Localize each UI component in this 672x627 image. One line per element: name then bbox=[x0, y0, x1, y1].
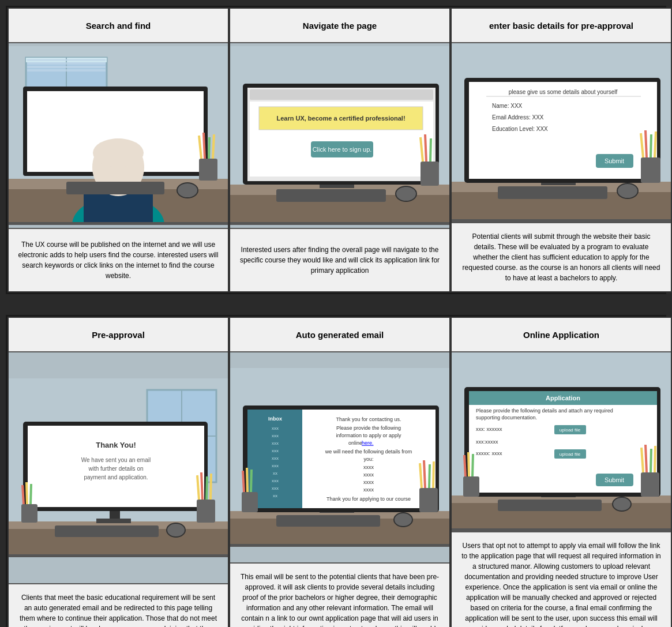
svg-line-88 bbox=[207, 476, 207, 500]
svg-text:xxx: xxxxxx: xxx: xxxxxx bbox=[476, 426, 502, 432]
scene-svg-navigate: Learn UX, become a certified professiona… bbox=[230, 46, 449, 225]
svg-line-136 bbox=[247, 468, 247, 492]
svg-point-84 bbox=[167, 523, 185, 537]
svg-text:Thank you for applying to our : Thank you for applying to our course bbox=[326, 496, 411, 502]
svg-point-25 bbox=[177, 183, 198, 198]
svg-line-92 bbox=[27, 482, 27, 504]
svg-text:xxx: xxx bbox=[272, 463, 279, 468]
svg-line-137 bbox=[251, 470, 251, 492]
cell-desc-navigate: Interested users after finding the overa… bbox=[230, 228, 449, 291]
svg-rect-42 bbox=[421, 162, 439, 186]
row-1: Search and find bbox=[6, 6, 666, 294]
svg-text:Please provide the following d: Please provide the following details and… bbox=[476, 408, 613, 414]
svg-line-167 bbox=[464, 455, 465, 476]
cell-desc-preapproval2: Clients that meet the basic educational … bbox=[9, 583, 228, 627]
illustration-preapproval: please give us some details about yourse… bbox=[452, 43, 671, 222]
svg-text:upload file: upload file bbox=[560, 427, 581, 433]
cell-preapproval: Pre-approval bbox=[7, 317, 229, 627]
svg-rect-6 bbox=[27, 62, 106, 65]
svg-rect-5 bbox=[27, 59, 106, 61]
svg-point-128 bbox=[394, 513, 412, 527]
svg-point-41 bbox=[396, 186, 416, 201]
svg-text:xxx: xxx bbox=[272, 486, 279, 491]
svg-line-165 bbox=[655, 446, 655, 472]
svg-text:xxx: xxx bbox=[272, 441, 279, 446]
svg-line-87 bbox=[201, 472, 202, 500]
svg-text:upload file: upload file bbox=[560, 452, 581, 457]
svg-rect-46 bbox=[230, 222, 449, 225]
scene-svg-online-app: Application Please provide the following… bbox=[452, 352, 671, 531]
svg-line-168 bbox=[468, 452, 469, 476]
svg-text:xxxx: xxxx bbox=[363, 472, 374, 478]
svg-text:Name: XXX: Name: XXX bbox=[492, 103, 523, 109]
svg-rect-26 bbox=[9, 222, 228, 225]
svg-text:please give us some details ab: please give us some details about yourse… bbox=[509, 89, 618, 95]
cell-header-email: Auto generated email bbox=[230, 318, 449, 352]
cell-header-search: Search and find bbox=[9, 9, 228, 43]
svg-rect-127 bbox=[276, 515, 380, 527]
svg-text:xxxxx: xxxx: xxxxx: xxxx bbox=[476, 450, 502, 456]
row-gap bbox=[6, 301, 666, 308]
svg-line-67 bbox=[655, 132, 656, 157]
svg-rect-166 bbox=[463, 476, 479, 497]
svg-line-135 bbox=[243, 471, 244, 492]
cell-header-preapproval: enter basic details for pre-approval bbox=[452, 9, 671, 43]
svg-rect-129 bbox=[419, 488, 438, 512]
svg-text:xxx:xxxxx: xxx:xxxxx bbox=[476, 439, 498, 445]
svg-text:you:: you: bbox=[363, 456, 373, 462]
svg-rect-20 bbox=[199, 159, 217, 181]
svg-rect-40 bbox=[276, 189, 386, 202]
svg-text:Click here to sign up.: Click here to sign up. bbox=[313, 146, 372, 153]
storyboard: Search and find bbox=[0, 0, 672, 627]
cell-header-preapproval2: Pre-approval bbox=[9, 318, 228, 352]
svg-text:here.: here. bbox=[362, 440, 374, 446]
svg-text:online: online bbox=[348, 440, 362, 446]
cell-navigate: Navigate the page bbox=[229, 7, 450, 292]
svg-text:Application: Application bbox=[546, 395, 580, 401]
cell-desc-online-app: Users that opt not to attempt to apply v… bbox=[452, 531, 671, 627]
svg-text:Education Level: XXX: Education Level: XXX bbox=[492, 126, 548, 132]
svg-point-18 bbox=[93, 138, 144, 167]
cell-preapproval-form: enter basic details for pre-approval bbox=[450, 7, 672, 292]
svg-text:Email Address: XXX: Email Address: XXX bbox=[492, 114, 544, 121]
svg-text:information to apply or apply: information to apply or apply bbox=[336, 433, 401, 438]
row-2: Pre-approval bbox=[6, 315, 666, 627]
svg-point-62 bbox=[617, 183, 638, 198]
scene-svg-preapproval: please give us some details about yourse… bbox=[452, 43, 671, 222]
svg-text:Submit: Submit bbox=[605, 157, 624, 164]
illustration-navigate: Learn UX, become a certified professiona… bbox=[230, 43, 449, 228]
scene-svg-thankyou: Thank You! We have sent you an email wit… bbox=[9, 378, 228, 557]
illustration-email: Inbox xxx xxx xxx xxx xxx xxx xx xxx xxx… bbox=[230, 352, 449, 562]
svg-text:xxx: xxx bbox=[272, 448, 279, 453]
svg-rect-61 bbox=[498, 186, 607, 199]
svg-line-131 bbox=[424, 460, 425, 488]
illustration-online-app: Application Please provide the following… bbox=[452, 352, 671, 531]
cell-desc-search: The UX course will be published on the i… bbox=[9, 228, 228, 291]
svg-line-23 bbox=[209, 137, 209, 159]
svg-text:xxxx: xxxx bbox=[363, 464, 374, 470]
svg-text:xxxx: xxxx bbox=[363, 479, 374, 485]
svg-text:xxxx: xxxx bbox=[363, 487, 374, 493]
svg-text:xx: xx bbox=[273, 471, 277, 476]
svg-line-65 bbox=[645, 130, 647, 157]
svg-line-44 bbox=[425, 134, 426, 162]
svg-text:We have sent you an email: We have sent you an email bbox=[81, 457, 151, 463]
svg-line-66 bbox=[651, 134, 651, 157]
svg-rect-161 bbox=[641, 472, 659, 497]
svg-rect-63 bbox=[641, 157, 660, 183]
svg-rect-138 bbox=[230, 544, 449, 547]
cell-header-navigate: Navigate the page bbox=[230, 9, 449, 43]
cell-email: Auto generated email bbox=[229, 317, 450, 627]
svg-text:Submit: Submit bbox=[605, 476, 624, 483]
cell-online-app: Online Application bbox=[450, 317, 672, 627]
cell-search-and-find: Search and find bbox=[7, 7, 229, 292]
svg-text:with further details on: with further details on bbox=[88, 465, 143, 472]
svg-rect-134 bbox=[242, 492, 258, 512]
svg-line-24 bbox=[213, 134, 214, 159]
svg-line-89 bbox=[211, 474, 211, 500]
svg-rect-85 bbox=[197, 500, 215, 523]
svg-line-132 bbox=[429, 464, 430, 488]
svg-rect-94 bbox=[9, 554, 228, 557]
svg-text:Learn UX, become a certified p: Learn UX, become a certified professiona… bbox=[276, 115, 405, 122]
scene-svg-email: Inbox xxx xxx xxx xxx xxx xxx xx xxx xxx… bbox=[230, 368, 449, 547]
